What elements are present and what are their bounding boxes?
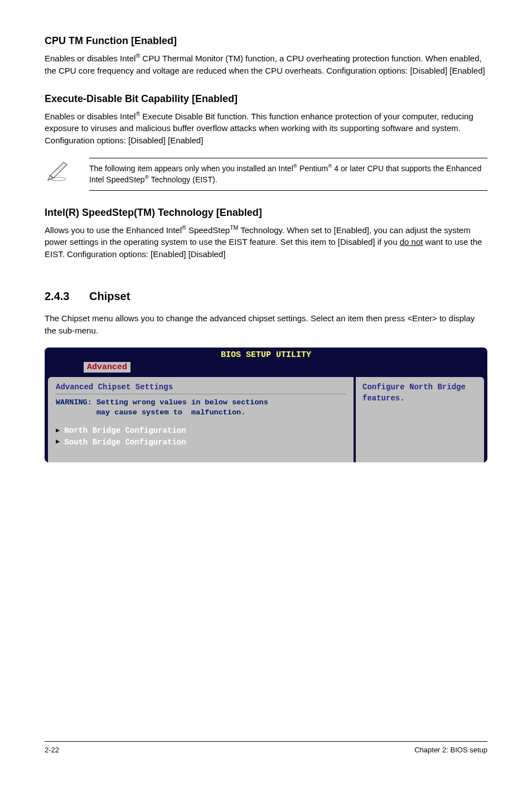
triangle-icon: ▶	[56, 426, 60, 436]
heading-cpu-tm: CPU TM Function [Enabled]	[45, 33, 487, 48]
note-icon	[45, 158, 89, 185]
footer-chapter: Chapter 2: BIOS setup	[414, 745, 487, 756]
body-speedstep: Allows you to use the Enhanced Intel® Sp…	[45, 224, 487, 260]
body-chipset: The Chipset menu allows you to change th…	[45, 312, 487, 337]
bios-right-panel: Configure North Bridge features.	[356, 377, 484, 462]
bios-tab-advanced: Advanced	[84, 362, 130, 373]
heading-speedstep: Intel(R) SpeedStep(TM) Technology [Enabl…	[45, 205, 487, 220]
svg-point-0	[50, 177, 66, 181]
note-block: The following item appears only when you…	[45, 158, 487, 191]
heading-chipset: 2.4.3Chipset	[45, 288, 487, 305]
bios-item-south-bridge: ▶ South Bridge Configuration	[56, 437, 346, 448]
page-footer: 2-22 Chapter 2: BIOS setup	[45, 741, 487, 756]
heading-title: Chipset	[89, 290, 130, 302]
footer-page-number: 2-22	[45, 745, 59, 756]
note-text: The following item appears only when you…	[89, 158, 487, 191]
bios-title: BIOS SETUP UTILITY	[45, 347, 487, 361]
triangle-icon: ▶	[56, 437, 60, 447]
heading-number: 2.4.3	[45, 288, 89, 305]
body-execute-disable: Enables or disables Intel® Execute Disab…	[45, 110, 487, 147]
heading-execute-disable: Execute-Disable Bit Capability [Enabled]	[45, 91, 487, 106]
bios-screenshot: BIOS SETUP UTILITY Advanced Advanced Chi…	[45, 347, 487, 462]
bios-item-label: North Bridge Configuration	[64, 425, 186, 436]
bios-item-label: South Bridge Configuration	[64, 437, 186, 448]
bios-left-panel: Advanced Chipset Settings WARNING: Setti…	[48, 377, 354, 462]
bios-right-text: Configure North Bridge features.	[362, 381, 477, 404]
underline-do-not: do not	[400, 237, 423, 247]
bios-warning: WARNING: Setting wrong values in below s…	[56, 398, 346, 417]
bios-section-title: Advanced Chipset Settings	[56, 381, 346, 394]
bios-tabs: Advanced	[45, 361, 487, 375]
body-cpu-tm: Enables or disables Intel® CPU Thermal M…	[45, 52, 487, 77]
bios-item-north-bridge: ▶ North Bridge Configuration	[56, 425, 346, 436]
